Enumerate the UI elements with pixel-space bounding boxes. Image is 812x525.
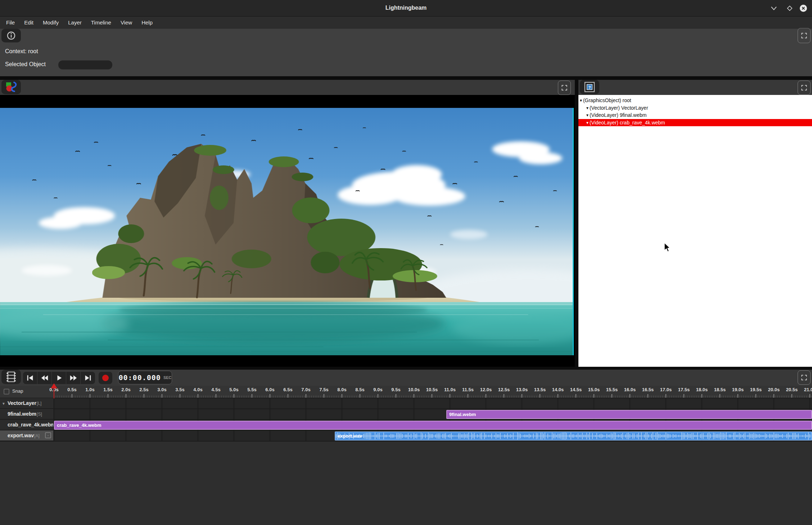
timeline-tab[interactable]: [1, 370, 21, 384]
ruler-label: 3.0s: [154, 387, 170, 392]
transport-controls: [23, 372, 95, 384]
tree-row[interactable]: ▼(GraphicsObject) root: [578, 97, 812, 104]
skip-end-button[interactable]: [81, 372, 95, 384]
play-button[interactable]: [52, 372, 66, 384]
fast-forward-button[interactable]: [66, 372, 81, 384]
playhead-handle[interactable]: [51, 383, 57, 388]
track-label-9final-webm[interactable]: ▼9final.webm[S]: [0, 409, 53, 420]
tree-collapse-arrow[interactable]: ▼: [579, 99, 583, 102]
inspector-tab[interactable]: [1, 29, 21, 42]
ruler-label: 5.5s: [244, 387, 260, 392]
row-separator: [0, 398, 812, 398]
ruler-label: 0.5s: [64, 387, 80, 392]
menu-item-edit[interactable]: Edit: [19, 17, 38, 29]
ruler-label: 16.5s: [640, 387, 656, 392]
skip-start-button[interactable]: [23, 372, 37, 384]
menu-item-view[interactable]: View: [116, 17, 137, 29]
diamond-icon: [785, 4, 794, 13]
inspector-expand-button[interactable]: [798, 28, 811, 43]
track-label-vectorlayer[interactable]: ▼VectorLayer[L]: [0, 398, 53, 409]
stage-header: [0, 80, 575, 95]
ruler-label: 13.0s: [514, 387, 530, 392]
menu-item-timeline[interactable]: Timeline: [86, 17, 116, 29]
clip-9final-webm[interactable]: 9final.webm: [446, 410, 812, 419]
playhead-line[interactable]: [54, 388, 54, 398]
ruler-label: 11.0s: [442, 387, 458, 392]
close-icon: [799, 4, 808, 13]
stage-expand-button[interactable]: [558, 81, 571, 95]
lightningbeam-window: Lightningbeam FileEditModifyLayerTimelin…: [0, 0, 812, 525]
ruler-label: 5.0s: [226, 387, 242, 392]
ruler-label: 11.5s: [460, 387, 476, 392]
menu-item-help[interactable]: Help: [137, 17, 157, 29]
tree-collapse-arrow[interactable]: ▼: [586, 113, 589, 117]
clip-export-wav[interactable]: export.wav: [335, 432, 812, 440]
ruler-label: 19.5s: [748, 387, 764, 392]
ruler-label: 9.0s: [370, 387, 386, 392]
ruler-label: 18.5s: [712, 387, 728, 392]
current-time: 00:00.000: [119, 373, 161, 382]
maximize-button[interactable]: [783, 3, 796, 14]
rewind-button[interactable]: [37, 372, 52, 384]
svg-text:?: ?: [588, 85, 591, 90]
tree-collapse-arrow[interactable]: ▼: [586, 121, 589, 125]
ruler-label: 12.5s: [496, 387, 512, 392]
timeline-expand-button[interactable]: [798, 370, 811, 385]
row-separator: [0, 408, 812, 409]
ruler-label: 10.5s: [424, 387, 440, 392]
skip-end-icon: [84, 374, 92, 382]
video-frame-island: [0, 108, 574, 355]
ruler-label: 21.0s: [802, 387, 812, 392]
fast-forward-icon: [69, 374, 77, 382]
selected-object-label: Selected Object: [5, 61, 46, 68]
menu-item-modify[interactable]: Modify: [38, 17, 63, 29]
ruler-label: 8.0s: [334, 387, 350, 392]
track-label-crab-rave-4k-webm[interactable]: ▼crab_rave_4k.webm[S]: [0, 420, 53, 430]
record-button[interactable]: [99, 372, 112, 384]
row-separator: [0, 441, 812, 442]
skip-start-icon: [26, 374, 34, 382]
rewind-icon: [41, 374, 49, 382]
fullscreen-icon: [800, 84, 808, 91]
vector-shapes-icon: [5, 81, 18, 93]
clip-crab-rave-4k-webm[interactable]: crab_rave_4k.webm: [54, 421, 812, 430]
snap-label: Snap: [12, 388, 23, 394]
menu-item-layer[interactable]: Layer: [63, 17, 86, 29]
ruler-label: 7.5s: [316, 387, 332, 392]
track-collapse-arrow[interactable]: ▼: [2, 402, 5, 406]
ruler-label: 8.5s: [352, 387, 368, 392]
snap-checkbox[interactable]: [4, 389, 9, 394]
track-type-badge: [L]: [37, 401, 41, 406]
filmstrip-icon: [6, 371, 16, 382]
ruler-label: 3.5s: [172, 387, 188, 392]
track-name: 9final.webm: [8, 411, 36, 417]
stage-tab[interactable]: [1, 80, 21, 94]
clip-label: export.wav: [338, 432, 362, 440]
ruler-label: 15.5s: [604, 387, 620, 392]
close-button[interactable]: [797, 3, 810, 14]
fullscreen-icon: [561, 84, 568, 91]
panel-divider: [0, 76, 812, 80]
tree-row[interactable]: ▼(VectorLayer) VectorLayer: [578, 104, 812, 111]
selected-object-input[interactable]: [58, 60, 112, 69]
fullscreen-icon: [800, 32, 808, 39]
tree-row[interactable]: ▼(VideoLayer) 9final.webm: [578, 111, 812, 119]
track-type-badge: [S]: [37, 412, 42, 417]
tree-expand-button[interactable]: [798, 81, 811, 95]
inspector-panel: [0, 29, 812, 76]
minimize-button[interactable]: [767, 3, 780, 14]
ruler-label: 1.0s: [82, 387, 98, 392]
tree-tab[interactable]: ?: [580, 80, 599, 94]
tree-row[interactable]: ▼(VideoLayer) crab_rave_4k.webm: [578, 119, 812, 126]
mouse-cursor: [664, 243, 671, 252]
tree-collapse-arrow[interactable]: ▼: [586, 106, 589, 110]
track-mute-toggle[interactable]: -: [45, 432, 51, 438]
menu-item-file[interactable]: File: [1, 17, 19, 29]
row-separator: [0, 419, 812, 420]
ruler-label: 18.0s: [694, 387, 710, 392]
ruler-label: 4.0s: [190, 387, 206, 392]
time-display[interactable]: 00:00.000 SEC: [118, 371, 172, 384]
ruler-label: 4.5s: [208, 387, 224, 392]
panel-divider: [0, 367, 812, 370]
ruler-label: 17.5s: [676, 387, 692, 392]
